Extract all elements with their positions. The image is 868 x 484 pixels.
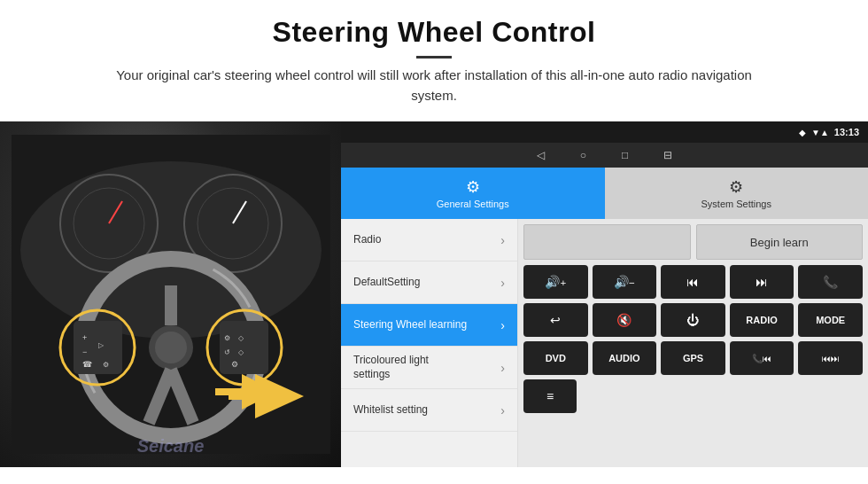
svg-text:⚙: ⚙ <box>103 361 109 369</box>
ctrl-power[interactable]: ⏻ <box>661 303 725 337</box>
title-divider <box>416 56 452 59</box>
prev-track-icon: ⏮ <box>686 275 699 289</box>
ctrl-vol-down[interactable]: 🔊− <box>593 265 657 299</box>
hangup-icon: ↩ <box>550 313 561 327</box>
tab-system[interactable]: ⚙ System Settings <box>605 168 869 219</box>
android-statusbar: ◆ ▼▲ 13:13 <box>341 121 868 143</box>
svg-text:−: − <box>82 347 87 356</box>
page-header: Steering Wheel Control Your original car… <box>0 0 868 114</box>
ctrl-phone-prev[interactable]: 📞⏮ <box>730 341 794 375</box>
home-icon[interactable]: ○ <box>580 149 586 161</box>
steering-wheel-svg: + − ▷ ☎ ⚙ ⚙ ◇ ↺ ◇ ⚙ <box>12 135 330 454</box>
page-wrapper: Steering Wheel Control Your original car… <box>0 0 868 467</box>
phone-icon: 📞 <box>823 275 838 289</box>
settings-content: Begin learn 🔊+ 🔊− ⏮ <box>518 219 868 467</box>
menu-item-steering-wheel[interactable]: Steering Wheel learning › <box>341 304 517 347</box>
steering-wheel-bg: + − ▷ ☎ ⚙ ⚙ ◇ ↺ ◇ ⚙ <box>0 121 341 467</box>
next-track-icon: ⏭ <box>756 275 768 289</box>
time-display: 13:13 <box>834 127 859 137</box>
tab-system-label: System Settings <box>701 199 771 209</box>
skip-icon: ⏮⏭ <box>822 354 840 363</box>
ctrl-next-track[interactable]: ⏭ <box>730 265 794 299</box>
general-settings-icon: ⚙ <box>466 177 480 197</box>
menu-radio-chevron: › <box>500 233 505 247</box>
menu-item-default-setting[interactable]: DefaultSetting › <box>341 262 517 304</box>
menu-steering-label: Steering Wheel learning <box>353 318 467 331</box>
content-area: + − ▷ ☎ ⚙ ⚙ ◇ ↺ ◇ ⚙ <box>0 121 868 467</box>
ctrl-hangup[interactable]: ↩ <box>523 303 588 337</box>
content-top-row: Begin learn <box>523 224 863 260</box>
svg-text:◇: ◇ <box>238 348 244 356</box>
vol-down-icon: 🔊− <box>614 275 635 289</box>
radio-label: RADIO <box>746 315 777 325</box>
power-icon: ⏻ <box>686 313 699 327</box>
location-icon: ◆ <box>799 128 806 137</box>
dvd-label: DVD <box>546 353 566 363</box>
svg-text:+: + <box>82 333 87 342</box>
statusbar-right: ◆ ▼▲ 13:13 <box>799 127 859 137</box>
audio-label: AUDIO <box>608 353 639 363</box>
ctrl-vol-up[interactable]: 🔊+ <box>523 265 588 299</box>
gps-label: GPS <box>683 353 703 363</box>
back-icon[interactable]: ◁ <box>537 149 545 161</box>
tab-general[interactable]: ⚙ General Settings <box>341 168 605 219</box>
svg-text:◇: ◇ <box>238 334 244 342</box>
svg-text:⚙: ⚙ <box>231 360 238 369</box>
settings-main: Radio › DefaultSetting › Steering Wheel … <box>341 219 868 467</box>
svg-text:↺: ↺ <box>224 348 230 356</box>
menu-item-radio[interactable]: Radio › <box>341 219 517 262</box>
ctrl-audio[interactable]: AUDIO <box>593 341 657 375</box>
page-title: Steering Wheel Control <box>53 16 815 49</box>
menu-icon[interactable]: ⊟ <box>663 149 672 161</box>
settings-menu: Radio › DefaultSetting › Steering Wheel … <box>341 219 518 467</box>
controls-row2: ↩ 🔇 ⏻ RADIO MODE <box>523 303 863 337</box>
vol-up-icon: 🔊+ <box>545 275 566 289</box>
ctrl-radio[interactable]: RADIO <box>730 303 794 337</box>
tab-general-label: General Settings <box>437 199 509 209</box>
page-subtitle: Your original car's steering wheel contr… <box>97 66 771 105</box>
menu-icon-ctrl: ≡ <box>546 389 554 403</box>
controls-row3: DVD AUDIO GPS 📞⏮ ⏮⏭ <box>523 341 863 375</box>
controls-row1: 🔊+ 🔊− ⏮ ⏭ 📞 <box>523 265 863 299</box>
recent-icon[interactable]: □ <box>622 149 628 161</box>
menu-item-whitelist[interactable]: Whitelist setting › <box>341 389 517 432</box>
menu-steering-chevron: › <box>500 318 505 332</box>
mute-icon: 🔇 <box>616 313 632 327</box>
menu-whitelist-chevron: › <box>500 403 505 418</box>
android-navbar: ◁ ○ □ ⊟ <box>341 143 868 168</box>
ctrl-mute[interactable]: 🔇 <box>593 303 657 337</box>
watermark: Seicane <box>137 436 205 457</box>
svg-text:▷: ▷ <box>98 341 105 349</box>
menu-item-tricoloured[interactable]: Tricoloured lightsettings › <box>341 347 517 389</box>
menu-default-label: DefaultSetting <box>353 276 420 288</box>
svg-text:☎: ☎ <box>82 360 92 369</box>
phone-prev-icon: 📞⏮ <box>752 354 771 363</box>
steering-wheel-panel: + − ▷ ☎ ⚙ ⚙ ◇ ↺ ◇ ⚙ <box>0 121 341 467</box>
svg-rect-21 <box>220 321 268 374</box>
begin-learn-label: Begin learn <box>750 236 809 249</box>
system-settings-icon: ⚙ <box>729 177 743 197</box>
ctrl-skip[interactable]: ⏮⏭ <box>798 341 863 375</box>
begin-learn-button[interactable]: Begin learn <box>696 224 864 260</box>
ctrl-gps[interactable]: GPS <box>661 341 725 375</box>
mode-label: MODE <box>816 315 845 325</box>
menu-default-chevron: › <box>500 276 505 290</box>
svg-rect-32 <box>229 393 264 400</box>
ctrl-prev-track[interactable]: ⏮ <box>661 265 725 299</box>
ctrl-menu[interactable]: ≡ <box>523 379 577 413</box>
menu-tricoloured-chevron: › <box>500 361 505 375</box>
empty-display-box <box>523 224 691 260</box>
svg-point-11 <box>155 332 187 363</box>
ctrl-dvd[interactable]: DVD <box>523 341 588 375</box>
svg-text:⚙: ⚙ <box>224 334 230 342</box>
menu-tricoloured-label: Tricoloured lightsettings <box>353 354 429 381</box>
controls-row4: ≡ <box>523 379 863 413</box>
wifi-icon: ▼▲ <box>811 128 829 137</box>
android-panel: ◆ ▼▲ 13:13 ◁ ○ □ ⊟ ⚙ General Settings <box>341 121 868 467</box>
settings-tabs: ⚙ General Settings ⚙ System Settings <box>341 168 868 219</box>
ctrl-phone[interactable]: 📞 <box>798 265 863 299</box>
menu-whitelist-label: Whitelist setting <box>353 403 428 416</box>
menu-radio-label: Radio <box>353 233 381 246</box>
ctrl-mode[interactable]: MODE <box>798 303 863 337</box>
